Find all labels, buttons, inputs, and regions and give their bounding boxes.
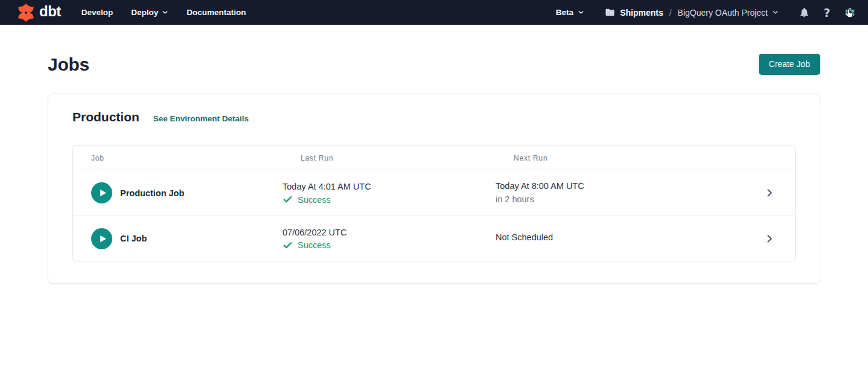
play-icon [98, 188, 107, 197]
account-name[interactable]: Shipments [620, 8, 663, 18]
beta-label: Beta [556, 8, 573, 17]
navbar-right: Beta Shipments / BigQuery OAuth Project … [556, 5, 857, 20]
status-badge: Success [298, 195, 331, 205]
page-header: Jobs Create Job [48, 54, 820, 75]
brand-name: dbt [39, 4, 61, 21]
job-name: CI Job [120, 234, 147, 243]
nav-item-label: Deploy [131, 8, 158, 17]
nav-item-label: Documentation [187, 8, 246, 17]
chevron-down-icon [162, 9, 168, 16]
dbt-logo-icon [17, 4, 35, 22]
dbt-logo[interactable]: dbt [17, 4, 61, 22]
next-run-relative: in 2 hours [496, 194, 743, 205]
project-name: BigQuery OAuth Project [678, 8, 768, 18]
nav-item-documentation[interactable]: Documentation [187, 8, 246, 17]
next-run-cell: Today At 8:00 AM UTC in 2 hours [496, 181, 743, 205]
settings-button[interactable] [843, 5, 857, 20]
table-header-row: Job Last Run Next Run [73, 146, 795, 170]
job-cell: CI Job [73, 228, 282, 249]
play-icon [98, 234, 107, 243]
row-open-button[interactable] [743, 234, 795, 244]
environment-header: Production See Environment Details [72, 110, 796, 124]
run-job-button[interactable] [91, 182, 112, 203]
chevron-down-icon [578, 9, 584, 16]
last-run-time: 07/06/2022 UTC [282, 227, 496, 238]
column-header-last-run: Last Run [282, 154, 496, 162]
chevron-right-icon [764, 234, 774, 244]
beta-dropdown[interactable]: Beta [556, 8, 584, 17]
jobs-table: Job Last Run Next Run Production Job Tod… [72, 145, 796, 261]
job-cell: Production Job [73, 182, 282, 203]
folder-icon [605, 7, 615, 18]
table-row-production-job[interactable]: Production Job Today At 4:01 AM UTC Succ… [73, 170, 795, 216]
environment-card: Production See Environment Details Job L… [48, 94, 820, 284]
breadcrumb: Shipments / BigQuery OAuth Project [605, 7, 779, 18]
main-nav: Develop Deploy Documentation [81, 8, 246, 17]
check-icon [282, 240, 293, 251]
next-run-time: Not Scheduled [496, 232, 743, 243]
nav-item-develop[interactable]: Develop [81, 8, 113, 17]
last-run-cell: Today At 4:01 AM UTC Success [282, 181, 496, 205]
create-job-button[interactable]: Create Job [759, 54, 820, 75]
chevron-down-icon [772, 9, 779, 16]
status-badge: Success [298, 240, 331, 250]
nav-item-label: Develop [81, 8, 113, 17]
notifications-button[interactable] [797, 5, 811, 20]
job-name: Production Job [120, 188, 184, 198]
chevron-right-icon [764, 188, 774, 198]
run-job-button[interactable] [91, 228, 112, 249]
status-line: Success [282, 194, 496, 205]
top-navbar: dbt Develop Deploy Documentation Beta Sh… [0, 0, 868, 25]
breadcrumb-separator: / [668, 8, 673, 18]
next-run-time: Today At 8:00 AM UTC [496, 181, 743, 192]
help-button[interactable]: ? [820, 5, 834, 20]
environment-name: Production [72, 110, 139, 124]
row-open-button[interactable] [743, 188, 795, 198]
page-title: Jobs [48, 54, 89, 75]
project-selector[interactable]: BigQuery OAuth Project [678, 8, 779, 18]
question-mark-icon: ? [823, 6, 830, 19]
last-run-cell: 07/06/2022 UTC Success [282, 227, 496, 251]
table-row-ci-job[interactable]: CI Job 07/06/2022 UTC Success Not Schedu… [73, 216, 795, 261]
environment-details-link[interactable]: See Environment Details [153, 114, 249, 123]
jobs-page: Jobs Create Job Production See Environme… [0, 54, 868, 284]
check-icon [282, 194, 293, 205]
column-header-job: Job [73, 154, 282, 162]
nav-item-deploy[interactable]: Deploy [131, 8, 168, 17]
gear-icon [844, 7, 856, 19]
bell-icon [799, 7, 810, 18]
status-line: Success [282, 240, 496, 251]
next-run-cell: Not Scheduled [496, 232, 743, 245]
last-run-time: Today At 4:01 AM UTC [282, 181, 496, 193]
column-header-next-run: Next Run [496, 154, 743, 162]
